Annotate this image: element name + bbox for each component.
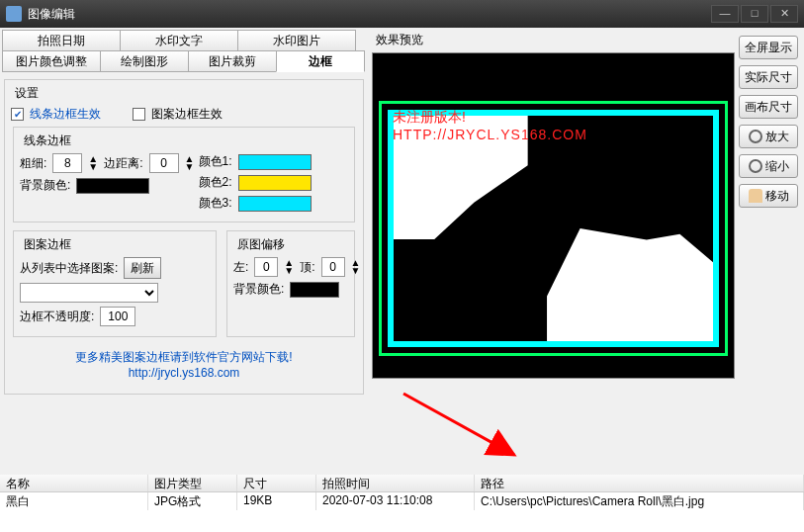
bgcolor-label: 背景颜色:: [20, 177, 70, 194]
pattern-bgcolor-label: 背景颜色:: [233, 281, 284, 298]
promo-url[interactable]: http://jrycl.ys168.com: [11, 366, 357, 380]
top-label: 顶:: [300, 259, 314, 276]
thickness-label: 粗细:: [20, 155, 46, 172]
window-title: 图像编辑: [28, 6, 711, 23]
cell-path: C:\Users\pc\Pictures\Camera Roll\黑白.jpg: [475, 492, 804, 510]
col-path[interactable]: 路径: [475, 475, 804, 491]
cell-size: 19KB: [237, 492, 316, 510]
pattern-border-title: 图案边框: [20, 236, 75, 253]
zoomout-button[interactable]: 缩小: [739, 154, 798, 178]
col-size[interactable]: 尺寸: [237, 475, 316, 491]
titlebar: 图像编辑 — □ ✕: [0, 0, 804, 28]
maximize-button[interactable]: □: [741, 5, 768, 23]
margin-label: 边距离:: [104, 155, 142, 172]
select-pattern-label: 从列表中选择图案:: [20, 260, 118, 277]
fullscre-button[interactable]: 全屏显示: [739, 36, 798, 59]
preview-box[interactable]: 未注册版本! HTTP://JRYCL.YS168.COM: [372, 52, 735, 379]
tab-row-1: 拍照日期 水印文字 水印图片: [2, 30, 366, 50]
pattern-border-label: 图案边框生效: [151, 106, 223, 123]
settings-title: 设置: [11, 85, 43, 102]
refresh-button[interactable]: 刷新: [124, 257, 161, 279]
left-label: 左:: [233, 259, 248, 276]
color1-swatch[interactable]: [238, 154, 312, 170]
bgcolor-swatch[interactable]: [76, 178, 149, 194]
watermark-text-1: 未注册版本!: [393, 109, 466, 127]
pattern-border-checkbox[interactable]: [133, 108, 145, 121]
opacity-input[interactable]: [100, 307, 135, 326]
color1-label: 颜色1:: [199, 153, 232, 170]
zoom-out-icon: [749, 159, 762, 173]
close-button[interactable]: ✕: [770, 5, 798, 23]
offset-group: 原图偏移 左: ▲▼ 顶: ▲▼ 背景颜色:: [226, 230, 355, 337]
tab-coloradj[interactable]: 图片颜色调整: [2, 50, 101, 72]
color2-swatch[interactable]: [238, 175, 312, 191]
left-panel: 拍照日期 水印文字 水印图片 图片颜色调整 绘制图形 图片裁剪 边框 设置 ✔ …: [0, 28, 368, 475]
tab-crop[interactable]: 图片裁剪: [188, 50, 277, 72]
zoom-in-icon: [749, 130, 762, 143]
pattern-combo[interactable]: [20, 283, 158, 303]
pattern-border-group: 图案边框 从列表中选择图案: 刷新 边框不透明度:: [13, 230, 217, 337]
hand-icon: [749, 189, 762, 203]
tab-row-2: 图片颜色调整 绘制图形 图片裁剪 边框: [2, 50, 366, 71]
opacity-label: 边框不透明度:: [20, 309, 94, 325]
left-input[interactable]: [254, 257, 278, 277]
actualsize-button[interactable]: 实际尺寸: [739, 65, 798, 89]
watermark-text-2: HTTP://JRYCL.YS168.COM: [393, 127, 587, 142]
pattern-bgcolor-swatch[interactable]: [290, 282, 339, 298]
line-border-checkbox[interactable]: ✔: [11, 108, 24, 121]
side-buttons: 全屏显示 实际尺寸 画布尺寸 放大 缩小 移动: [737, 30, 802, 473]
zoomin-button[interactable]: 放大: [739, 125, 798, 148]
preview-title: 效果预览: [370, 30, 737, 50]
tab-draw[interactable]: 绘制图形: [100, 50, 189, 72]
offset-title: 原图偏移: [233, 236, 289, 253]
color2-label: 颜色2:: [199, 174, 232, 191]
file-list-header: 名称 图片类型 尺寸 拍照时间 路径: [0, 475, 804, 492]
line-border-group: 线条边框 粗细: ▲▼ 边距离: ▲▼ 背景颜色:: [13, 127, 355, 222]
cell-name: 黑白: [0, 492, 148, 510]
tab-wmimage[interactable]: 水印图片: [237, 30, 356, 51]
file-row[interactable]: 黑白 JPG格式 19KB 2020-07-03 11:10:08 C:\Use…: [0, 492, 804, 510]
col-type[interactable]: 图片类型: [148, 475, 237, 491]
margin-input[interactable]: [149, 153, 179, 173]
thickness-input[interactable]: [52, 153, 82, 173]
canvassize-button[interactable]: 画布尺寸: [739, 95, 798, 119]
preview-area: 效果预览 未注册版本! HTTP://JRYCL.YS168.COM: [370, 30, 737, 473]
line-border-title: 线条边框: [20, 133, 75, 149]
col-name[interactable]: 名称: [0, 475, 148, 491]
cell-time: 2020-07-03 11:10:08: [316, 492, 475, 510]
tab-date[interactable]: 拍照日期: [2, 30, 121, 51]
app-icon: [6, 6, 22, 22]
promo-text: 更多精美图案边框请到软件官方网站下载!: [11, 349, 357, 366]
tab-border[interactable]: 边框: [276, 50, 365, 72]
col-time[interactable]: 拍照时间: [316, 475, 475, 491]
minimize-button[interactable]: —: [711, 5, 739, 23]
color3-label: 颜色3:: [199, 195, 232, 212]
settings-group: 设置 ✔ 线条边框生效 图案边框生效 线条边框 粗细: ▲▼ 边距离:: [4, 79, 364, 395]
tab-wmtext[interactable]: 水印文字: [120, 30, 238, 51]
line-border-label: 线条边框生效: [30, 106, 101, 123]
cell-type: JPG格式: [148, 492, 237, 510]
move-button[interactable]: 移动: [739, 184, 798, 208]
color3-swatch[interactable]: [238, 196, 312, 212]
top-input[interactable]: [321, 257, 345, 277]
